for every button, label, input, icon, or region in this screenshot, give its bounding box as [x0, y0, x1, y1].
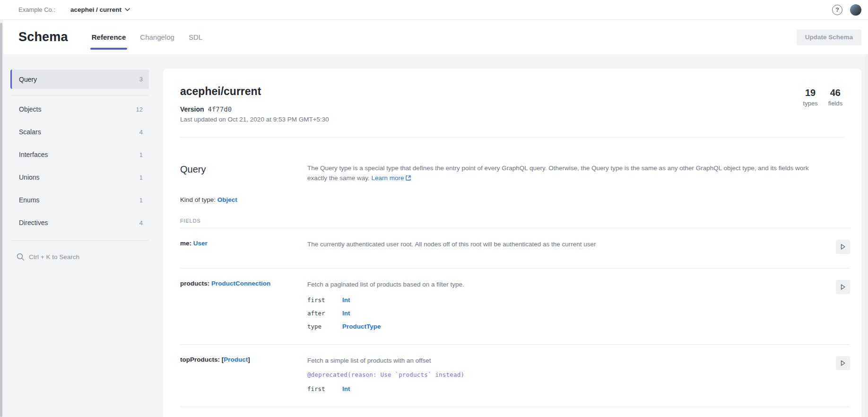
deprecated-annotation: @deprecated(reason: Use `products` inste… — [307, 371, 834, 378]
right-scrollbar[interactable] — [865, 54, 868, 417]
help-icon[interactable]: ? — [832, 5, 842, 15]
sidebar-item-label: Interfaces — [19, 151, 48, 158]
sidebar-item-unions[interactable]: Unions 1 — [10, 166, 149, 189]
field-args: first Int — [307, 385, 834, 392]
field-description: Fetch a paginated list of products based… — [307, 280, 827, 289]
org-label: Example Co.: — [18, 6, 55, 13]
kind-label: Kind of type: — [180, 196, 216, 203]
sidebar-divider — [10, 95, 149, 96]
search-hint: Ctrl + K to Search — [29, 253, 79, 261]
sidebar-item-query[interactable]: Query 3 — [10, 70, 149, 89]
graph-header: acephei/current Version 4f77d0 Last upda… — [163, 69, 861, 138]
version-line: Version 4f77d0 — [180, 105, 844, 113]
schema-stats: 19 types 46 fields — [803, 87, 842, 107]
field-details: Fetch a paginated list of products based… — [307, 280, 834, 330]
sidebar-item-count: 1 — [139, 197, 143, 204]
sidebar-item-objects[interactable]: Objects 12 — [10, 98, 149, 121]
field-type-link[interactable]: ProductConnection — [211, 280, 270, 287]
graph-selector-label: acephei / current — [70, 6, 122, 13]
field-args: first Int after Int type ProductType — [307, 296, 834, 330]
update-schema-button[interactable]: Update Schema — [797, 29, 861, 45]
run-query-button[interactable] — [836, 356, 850, 370]
sidebar-item-count: 3 — [139, 76, 143, 83]
field-details: Fetch a simple list of products with an … — [307, 356, 834, 392]
type-bracket-close: ] — [248, 356, 250, 363]
schema-reference-card: acephei/current Version 4f77d0 Last upda… — [163, 69, 861, 417]
version-value: 4f77d0 — [208, 105, 232, 113]
sidebar-item-count: 4 — [139, 219, 143, 226]
field-row-products: products: ProductConnection Fetch a pagi… — [180, 269, 850, 345]
tab-reference[interactable]: Reference — [85, 20, 133, 54]
sidebar-item-count: 1 — [139, 151, 143, 158]
sidebar-item-count: 1 — [139, 174, 143, 181]
sidebar-divider — [10, 240, 149, 241]
sidebar-item-label: Enums — [19, 196, 40, 204]
kind-of-type-row: Kind of type: Object — [180, 196, 850, 203]
version-label: Version — [180, 105, 204, 113]
sidebar-item-label: Unions — [19, 174, 40, 181]
left-scrollbar-thumb[interactable] — [0, 23, 2, 417]
sidebar-item-label: Directives — [19, 219, 48, 226]
tab-changelog[interactable]: Changelog — [133, 20, 182, 54]
stat-types: 19 types — [803, 87, 818, 107]
sidebar-item-scalars[interactable]: Scalars 4 — [10, 121, 149, 143]
field-type-link[interactable]: User — [193, 240, 208, 247]
external-link-icon — [406, 175, 411, 181]
arg-type-link[interactable]: Int — [342, 385, 834, 392]
sidebar-item-interfaces[interactable]: Interfaces 1 — [10, 143, 149, 166]
card-header-divider — [180, 137, 844, 138]
sidebar-item-label: Query — [19, 76, 37, 83]
sidebar-item-enums[interactable]: Enums 1 — [10, 189, 149, 211]
learn-more-link[interactable]: Learn more — [372, 174, 411, 182]
last-updated: Last updated on Oct 21, 2020 at 9:53 PM … — [180, 116, 844, 123]
page-title: Schema — [18, 30, 68, 44]
arg-name: after — [307, 310, 342, 317]
field-name: topProducts: [Product] — [180, 356, 307, 392]
stat-fields: 46 fields — [828, 87, 842, 107]
type-name: Query — [180, 163, 307, 183]
user-avatar[interactable] — [850, 4, 861, 16]
arg-type-link[interactable]: Int — [342, 296, 834, 304]
type-description: The Query type is a special type that de… — [307, 163, 830, 183]
run-query-button[interactable] — [836, 280, 850, 294]
type-intro: Query The Query type is a special type t… — [180, 163, 850, 183]
topbar-right: ? — [832, 4, 861, 16]
topbar: Example Co.: acephei / current ? — [0, 0, 868, 20]
stat-value: 19 — [803, 87, 818, 98]
field-description: The currently authenticated user root. A… — [307, 240, 827, 249]
tab-sdl[interactable]: SDL — [182, 20, 209, 54]
field-description: Fetch a simple list of products with an … — [307, 356, 827, 365]
sidebar-item-label: Objects — [19, 105, 41, 113]
schema-type-sidebar: Query 3 Objects 12 Scalars 4 Interfaces … — [10, 70, 149, 266]
arg-name: first — [307, 296, 342, 304]
kind-value-link[interactable]: Object — [217, 196, 237, 203]
field-type-link[interactable]: Product — [224, 356, 248, 363]
left-scrollbar[interactable] — [0, 20, 3, 417]
workspace: Query 3 Objects 12 Scalars 4 Interfaces … — [0, 54, 868, 417]
sidebar-item-label: Scalars — [19, 128, 41, 136]
field-row-topProducts: topProducts: [Product] Fetch a simple li… — [180, 345, 850, 407]
field-details: The currently authenticated user root. A… — [307, 240, 834, 254]
type-section-query: Query The Query type is a special type t… — [163, 138, 861, 407]
run-query-button[interactable] — [836, 240, 850, 254]
play-icon — [840, 360, 846, 366]
arg-name: first — [307, 385, 342, 392]
sidebar-item-directives[interactable]: Directives 4 — [10, 211, 149, 234]
stat-label: fields — [828, 100, 842, 107]
search-icon — [17, 253, 25, 261]
play-icon — [840, 243, 846, 250]
stat-value: 46 — [828, 87, 842, 98]
field-row-me: me: User The currently authenticated use… — [180, 228, 850, 269]
field-name: products: ProductConnection — [180, 280, 307, 330]
tabs: Reference Changelog SDL — [85, 20, 209, 54]
schema-search-trigger[interactable]: Ctrl + K to Search — [10, 247, 149, 266]
arg-type-link[interactable]: Int — [342, 310, 834, 317]
stat-label: types — [803, 100, 818, 107]
graph-title: acephei/current — [180, 85, 844, 98]
active-tab-underline — [90, 48, 128, 50]
graph-selector-dropdown[interactable]: acephei / current — [70, 6, 130, 13]
field-name: me: User — [180, 240, 307, 254]
sidebar-item-count: 4 — [139, 129, 143, 136]
arg-type-link[interactable]: ProductType — [342, 323, 834, 330]
arg-name: type — [307, 323, 342, 330]
